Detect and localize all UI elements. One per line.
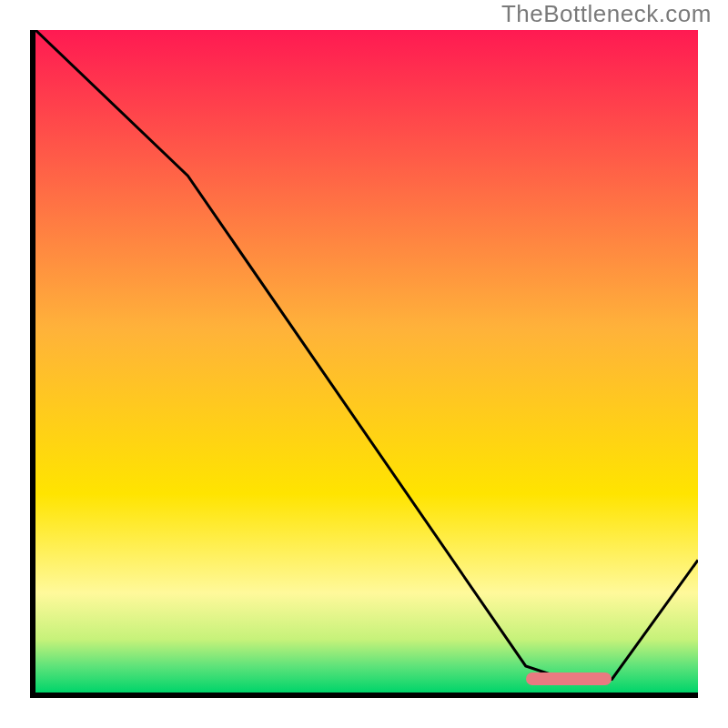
bottleneck-curve: [35, 30, 698, 693]
optimal-range-marker: [526, 672, 612, 685]
watermark-text: TheBottleneck.com: [501, 0, 712, 28]
chart-container: TheBottleneck.com: [0, 0, 728, 728]
plot-area: [30, 30, 698, 698]
